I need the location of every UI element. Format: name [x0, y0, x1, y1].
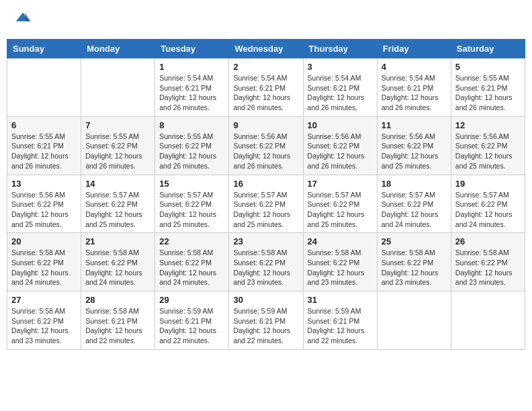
calendar-cell: 21Sunrise: 5:58 AM Sunset: 6:22 PM Dayli… [81, 233, 155, 291]
calendar-cell: 24Sunrise: 5:58 AM Sunset: 6:22 PM Dayli… [303, 233, 377, 291]
calendar-cell: 26Sunrise: 5:58 AM Sunset: 6:22 PM Dayli… [451, 233, 525, 291]
day-number: 16 [233, 179, 298, 189]
day-header-tuesday: Tuesday [155, 40, 229, 58]
calendar-cell: 29Sunrise: 5:59 AM Sunset: 6:21 PM Dayli… [155, 291, 229, 350]
day-number: 11 [382, 120, 447, 130]
calendar-cell: 18Sunrise: 5:57 AM Sunset: 6:22 PM Dayli… [377, 175, 451, 233]
calendar-cell: 20Sunrise: 5:58 AM Sunset: 6:22 PM Dayli… [7, 233, 81, 291]
day-info: Sunrise: 5:57 AM Sunset: 6:22 PM Dayligh… [159, 190, 224, 230]
day-number: 27 [11, 295, 77, 305]
day-number: 28 [85, 295, 150, 305]
calendar-cell: 31Sunrise: 5:59 AM Sunset: 6:21 PM Dayli… [303, 291, 377, 350]
calendar-cell: 11Sunrise: 5:56 AM Sunset: 6:22 PM Dayli… [377, 116, 451, 175]
calendar-cell: 14Sunrise: 5:57 AM Sunset: 6:22 PM Dayli… [81, 175, 155, 233]
day-number: 21 [85, 236, 150, 246]
calendar-cell [81, 58, 155, 117]
calendar-cell: 19Sunrise: 5:57 AM Sunset: 6:22 PM Dayli… [451, 175, 525, 233]
calendar-cell: 17Sunrise: 5:57 AM Sunset: 6:22 PM Dayli… [303, 175, 377, 233]
calendar-cell: 15Sunrise: 5:57 AM Sunset: 6:22 PM Dayli… [155, 175, 229, 233]
calendar-cell: 25Sunrise: 5:58 AM Sunset: 6:22 PM Dayli… [377, 233, 451, 291]
calendar-cell: 22Sunrise: 5:58 AM Sunset: 6:22 PM Dayli… [155, 233, 229, 291]
page-header [7, 7, 525, 32]
calendar-cell: 9Sunrise: 5:56 AM Sunset: 6:22 PM Daylig… [229, 116, 303, 175]
calendar-cell [7, 58, 81, 117]
day-number: 8 [159, 120, 224, 130]
day-number: 9 [233, 120, 298, 130]
calendar-cell: 13Sunrise: 5:56 AM Sunset: 6:22 PM Dayli… [7, 175, 81, 233]
day-number: 17 [308, 179, 373, 189]
day-info: Sunrise: 5:56 AM Sunset: 6:22 PM Dayligh… [11, 190, 77, 230]
day-info: Sunrise: 5:56 AM Sunset: 6:22 PM Dayligh… [382, 132, 447, 171]
calendar-cell [377, 291, 451, 350]
day-number: 12 [455, 120, 521, 130]
week-row-4: 20Sunrise: 5:58 AM Sunset: 6:22 PM Dayli… [7, 233, 525, 291]
day-header-saturday: Saturday [451, 40, 525, 58]
day-info: Sunrise: 5:57 AM Sunset: 6:22 PM Dayligh… [85, 190, 150, 230]
calendar-cell: 3Sunrise: 5:54 AM Sunset: 6:21 PM Daylig… [303, 58, 377, 117]
day-number: 3 [308, 62, 373, 72]
day-number: 26 [455, 236, 521, 246]
day-info: Sunrise: 5:54 AM Sunset: 6:21 PM Dayligh… [233, 73, 298, 113]
week-row-2: 6Sunrise: 5:55 AM Sunset: 6:21 PM Daylig… [7, 116, 525, 175]
day-info: Sunrise: 5:58 AM Sunset: 6:22 PM Dayligh… [159, 248, 224, 287]
day-info: Sunrise: 5:58 AM Sunset: 6:21 PM Dayligh… [85, 306, 150, 346]
day-number: 6 [11, 120, 77, 130]
day-number: 14 [85, 179, 150, 189]
day-info: Sunrise: 5:58 AM Sunset: 6:22 PM Dayligh… [11, 306, 77, 346]
day-info: Sunrise: 5:58 AM Sunset: 6:22 PM Dayligh… [382, 248, 447, 287]
calendar-cell: 4Sunrise: 5:54 AM Sunset: 6:21 PM Daylig… [377, 58, 451, 117]
calendar-cell: 27Sunrise: 5:58 AM Sunset: 6:22 PM Dayli… [7, 291, 81, 350]
day-info: Sunrise: 5:58 AM Sunset: 6:22 PM Dayligh… [85, 248, 150, 287]
calendar-cell: 30Sunrise: 5:59 AM Sunset: 6:21 PM Dayli… [229, 291, 303, 350]
day-number: 24 [308, 236, 373, 246]
day-info: Sunrise: 5:55 AM Sunset: 6:22 PM Dayligh… [159, 132, 224, 171]
day-info: Sunrise: 5:59 AM Sunset: 6:21 PM Dayligh… [308, 306, 373, 346]
day-info: Sunrise: 5:57 AM Sunset: 6:22 PM Dayligh… [455, 190, 521, 230]
calendar-cell: 10Sunrise: 5:56 AM Sunset: 6:22 PM Dayli… [303, 116, 377, 175]
day-number: 20 [11, 236, 77, 246]
day-number: 25 [382, 236, 447, 246]
day-info: Sunrise: 5:54 AM Sunset: 6:21 PM Dayligh… [308, 73, 373, 113]
day-info: Sunrise: 5:57 AM Sunset: 6:22 PM Dayligh… [382, 190, 447, 230]
day-header-wednesday: Wednesday [229, 40, 303, 58]
day-number: 23 [233, 236, 298, 246]
day-number: 29 [159, 295, 224, 305]
calendar-cell: 6Sunrise: 5:55 AM Sunset: 6:21 PM Daylig… [7, 116, 81, 175]
day-info: Sunrise: 5:57 AM Sunset: 6:22 PM Dayligh… [233, 190, 298, 230]
calendar-header-row: SundayMondayTuesdayWednesdayThursdayFrid… [7, 40, 525, 58]
day-number: 22 [159, 236, 224, 246]
day-number: 4 [382, 62, 447, 72]
calendar-cell: 16Sunrise: 5:57 AM Sunset: 6:22 PM Dayli… [229, 175, 303, 233]
day-number: 30 [233, 295, 298, 305]
day-number: 10 [308, 120, 373, 130]
day-info: Sunrise: 5:57 AM Sunset: 6:22 PM Dayligh… [308, 190, 373, 230]
calendar-cell: 23Sunrise: 5:58 AM Sunset: 6:22 PM Dayli… [229, 233, 303, 291]
day-header-thursday: Thursday [303, 40, 377, 58]
day-info: Sunrise: 5:58 AM Sunset: 6:22 PM Dayligh… [233, 248, 298, 287]
day-info: Sunrise: 5:55 AM Sunset: 6:21 PM Dayligh… [11, 132, 77, 171]
day-info: Sunrise: 5:58 AM Sunset: 6:22 PM Dayligh… [455, 248, 521, 287]
calendar-cell: 2Sunrise: 5:54 AM Sunset: 6:21 PM Daylig… [229, 58, 303, 117]
day-number: 18 [382, 179, 447, 189]
day-number: 1 [159, 62, 224, 72]
day-info: Sunrise: 5:56 AM Sunset: 6:22 PM Dayligh… [455, 132, 521, 171]
day-header-monday: Monday [81, 40, 155, 58]
week-row-5: 27Sunrise: 5:58 AM Sunset: 6:22 PM Dayli… [7, 291, 525, 350]
calendar-cell: 8Sunrise: 5:55 AM Sunset: 6:22 PM Daylig… [155, 116, 229, 175]
day-info: Sunrise: 5:55 AM Sunset: 6:22 PM Dayligh… [85, 132, 150, 171]
calendar-cell: 28Sunrise: 5:58 AM Sunset: 6:21 PM Dayli… [81, 291, 155, 350]
day-info: Sunrise: 5:54 AM Sunset: 6:21 PM Dayligh… [159, 73, 224, 113]
week-row-3: 13Sunrise: 5:56 AM Sunset: 6:22 PM Dayli… [7, 175, 525, 233]
week-row-1: 1Sunrise: 5:54 AM Sunset: 6:21 PM Daylig… [7, 58, 525, 117]
calendar-cell: 7Sunrise: 5:55 AM Sunset: 6:22 PM Daylig… [81, 116, 155, 175]
calendar-table: SundayMondayTuesdayWednesdayThursdayFrid… [7, 39, 525, 350]
day-number: 2 [233, 62, 298, 72]
day-header-friday: Friday [377, 40, 451, 58]
calendar-cell: 1Sunrise: 5:54 AM Sunset: 6:21 PM Daylig… [155, 58, 229, 117]
calendar-cell: 5Sunrise: 5:55 AM Sunset: 6:21 PM Daylig… [451, 58, 525, 117]
day-info: Sunrise: 5:56 AM Sunset: 6:22 PM Dayligh… [233, 132, 298, 171]
day-number: 15 [159, 179, 224, 189]
day-number: 19 [455, 179, 521, 189]
calendar-cell [451, 291, 525, 350]
day-number: 7 [85, 120, 150, 130]
